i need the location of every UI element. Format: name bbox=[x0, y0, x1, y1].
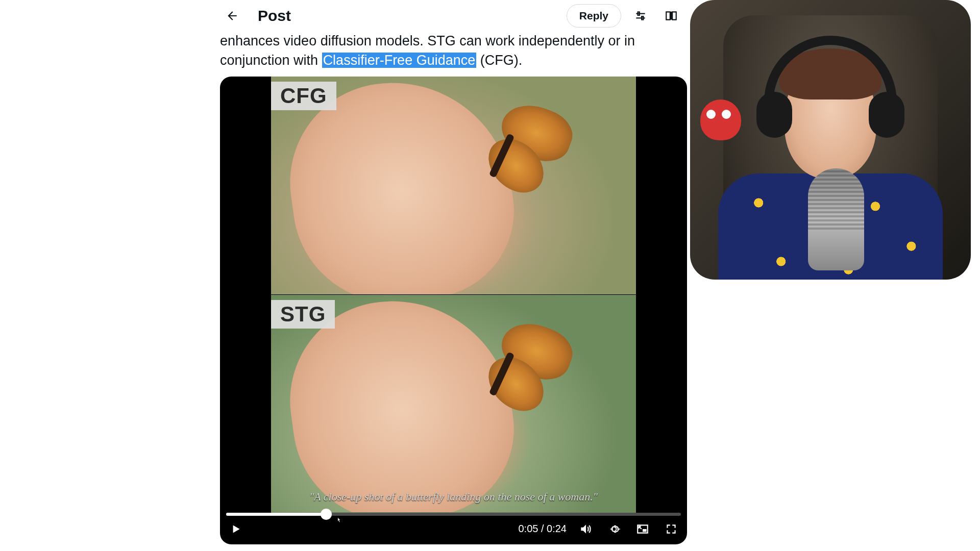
post-text-line1: enhances video diffusion models. STG can… bbox=[220, 33, 635, 48]
video-time: 0:05 / 0:24 bbox=[518, 523, 567, 535]
settings-button[interactable] bbox=[604, 519, 624, 539]
volume-icon bbox=[579, 522, 592, 536]
comparison-top: CFG bbox=[271, 77, 636, 294]
reply-button[interactable]: Reply bbox=[567, 4, 621, 28]
video-caption: "A close-up shot of a butterfly landing … bbox=[309, 490, 598, 504]
post-body: enhances video diffusion models. STG can… bbox=[217, 32, 687, 544]
video-frame[interactable]: CFG STG "A close-up shot of a butterfly … bbox=[271, 77, 636, 513]
post-text-line2-suffix: (CFG). bbox=[476, 53, 522, 68]
adjust-button[interactable] bbox=[629, 5, 652, 27]
highlighted-term: Classifier-Free Guidance bbox=[322, 53, 477, 68]
post-header: Post Reply bbox=[217, 0, 687, 32]
comparison-label-top: CFG bbox=[271, 82, 336, 110]
play-button[interactable] bbox=[226, 519, 246, 539]
book-open-icon bbox=[665, 9, 678, 22]
fullscreen-button[interactable] bbox=[662, 519, 681, 539]
fullscreen-icon bbox=[665, 522, 678, 536]
time-current: 0:05 bbox=[518, 523, 538, 534]
video-controls: 0:05 / 0:24 bbox=[226, 518, 681, 540]
volume-button[interactable] bbox=[576, 519, 595, 539]
butterfly-illustration bbox=[450, 107, 582, 199]
reader-button[interactable] bbox=[660, 5, 682, 27]
play-icon bbox=[229, 522, 242, 536]
sliders-icon bbox=[634, 9, 647, 22]
video-progress-bar[interactable] bbox=[226, 513, 681, 516]
webcam-overlay bbox=[690, 0, 971, 280]
miniplayer-button[interactable] bbox=[633, 519, 652, 539]
video-progress-fill bbox=[226, 513, 326, 516]
comparison-bottom: STG bbox=[271, 294, 636, 512]
arrow-left-icon bbox=[226, 9, 239, 22]
gear-icon bbox=[607, 522, 621, 536]
post-text: enhances video diffusion models. STG can… bbox=[220, 32, 683, 70]
butterfly-illustration bbox=[450, 325, 582, 417]
post-text-line2-prefix: conjunction with bbox=[220, 53, 322, 68]
page-title: Post bbox=[258, 7, 558, 24]
video-player: CFG STG "A close-up shot of a butterfly … bbox=[220, 77, 687, 544]
comparison-label-bottom: STG bbox=[271, 300, 335, 329]
pip-icon bbox=[636, 522, 649, 536]
time-total: 0:24 bbox=[547, 523, 567, 534]
back-button[interactable] bbox=[221, 5, 243, 27]
